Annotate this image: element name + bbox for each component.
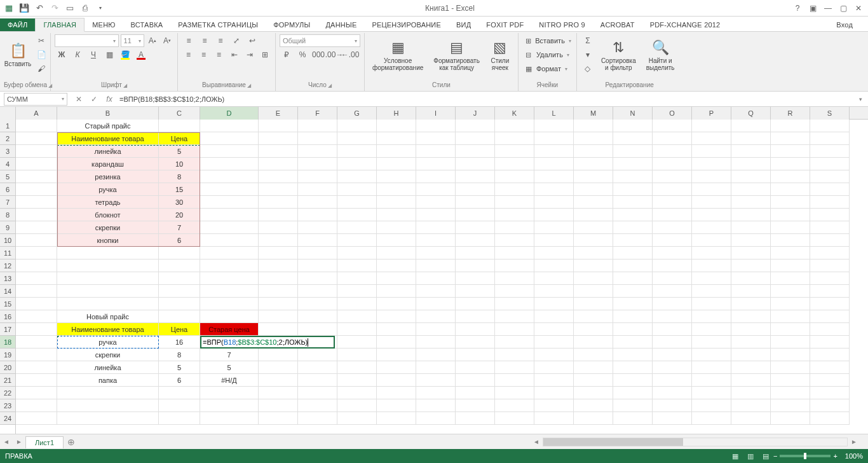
cell-S14[interactable] [810,285,850,298]
cell-O9[interactable] [653,221,692,234]
cell-F14[interactable] [298,285,337,298]
cell-I14[interactable] [416,285,456,298]
cell-E15[interactable] [259,298,298,310]
cell-J12[interactable] [456,259,495,272]
cell-M14[interactable] [574,285,613,298]
cell-H8[interactable] [377,209,416,221]
col-header-N[interactable]: N [613,107,653,120]
cell-N10[interactable] [613,234,653,247]
cell-B15[interactable] [57,298,159,310]
cell-K23[interactable] [495,399,534,412]
cell-R14[interactable] [771,285,810,298]
save-icon[interactable]: 💾 [18,2,31,15]
cell-A22[interactable] [16,387,57,399]
cell-J9[interactable] [456,221,495,234]
format-painter-icon[interactable]: 🖌 [34,62,48,75]
cell-D17[interactable]: Старая цена [200,323,259,336]
cell-O12[interactable] [653,259,692,272]
cell-Q1[interactable] [731,120,771,132]
cell-E7[interactable] [259,196,298,209]
tab-pdf-xchange-2012[interactable]: PDF-XChange 2012 [642,18,728,31]
cell-I8[interactable] [416,209,456,221]
cell-H2[interactable] [377,132,416,145]
font-name-select[interactable]: ▾ [55,34,119,47]
cell-F2[interactable] [298,132,337,145]
cell-H14[interactable] [377,285,416,298]
col-header-J[interactable]: J [456,107,495,120]
cell-J16[interactable] [456,310,495,323]
cell-D7[interactable] [200,196,259,209]
cell-H16[interactable] [377,310,416,323]
cell-K18[interactable] [495,336,534,349]
cell-H19[interactable] [377,349,416,361]
cell-B19[interactable]: скрепки [57,349,159,361]
cell-G4[interactable] [337,158,377,170]
grow-font-icon[interactable]: A▴ [146,34,159,47]
minimize-icon[interactable]: — [821,2,835,15]
cell-A8[interactable] [16,209,57,221]
cell-M11[interactable] [574,247,613,259]
cell-Q2[interactable] [731,132,771,145]
cell-O22[interactable] [653,387,692,399]
cell-O11[interactable] [653,247,692,259]
restore-icon[interactable]: ▢ [836,2,850,15]
cell-E2[interactable] [259,132,298,145]
cell-H6[interactable] [377,183,416,196]
cell-C4[interactable]: 10 [159,158,200,170]
cell-J19[interactable] [456,349,495,361]
cut-icon[interactable]: ✂ [34,34,48,47]
cell-M24[interactable] [574,412,613,425]
cell-N23[interactable] [613,399,653,412]
cell-E9[interactable] [259,221,298,234]
cell-G1[interactable] [337,120,377,132]
cell-P6[interactable] [692,183,731,196]
cell-M13[interactable] [574,272,613,285]
cell-F5[interactable] [298,170,337,183]
cell-A10[interactable] [16,234,57,247]
cell-N19[interactable] [613,349,653,361]
cell-O7[interactable] [653,196,692,209]
cell-O21[interactable] [653,374,692,387]
tab-acrobat[interactable]: ACROBAT [593,18,642,31]
cell-P3[interactable] [692,145,731,158]
sheet-nav-prev-icon[interactable]: ◄ [0,436,13,448]
cell-O8[interactable] [653,209,692,221]
cell-R1[interactable] [771,120,810,132]
cell-H7[interactable] [377,196,416,209]
col-header-Q[interactable]: Q [731,107,771,120]
cell-L8[interactable] [534,209,574,221]
cell-J8[interactable] [456,209,495,221]
row-header-19[interactable]: 19 [0,349,15,361]
cell-P10[interactable] [692,234,731,247]
cell-R13[interactable] [771,272,810,285]
cell-Q14[interactable] [731,285,771,298]
row-header-12[interactable]: 12 [0,259,15,272]
cell-F10[interactable] [298,234,337,247]
cell-S6[interactable] [810,183,850,196]
cell-E22[interactable] [259,387,298,399]
cell-C22[interactable] [159,387,200,399]
cell-S21[interactable] [810,374,850,387]
cell-A5[interactable] [16,170,57,183]
cell-R15[interactable] [771,298,810,310]
col-header-A[interactable]: A [16,107,57,120]
cell-P19[interactable] [692,349,731,361]
cell-N14[interactable] [613,285,653,298]
tab-главная[interactable]: ГЛАВНАЯ [35,18,85,32]
cell-I20[interactable] [416,361,456,374]
row-header-2[interactable]: 2 [0,132,15,145]
cell-S5[interactable] [810,170,850,183]
qat-dropdown-icon[interactable]: ▾ [94,2,107,15]
new-sheet-icon[interactable]: ⊕ [64,436,79,448]
tab-login[interactable]: Вход [829,18,860,31]
cell-B7[interactable]: тетрадь [57,196,159,209]
cell-A3[interactable] [16,145,57,158]
align-middle-icon[interactable]: ≡ [198,34,212,47]
cell-Q4[interactable] [731,158,771,170]
paste-button[interactable]: 📋 Вставить [4,34,32,76]
cell-E11[interactable] [259,247,298,259]
cell-Q16[interactable] [731,310,771,323]
cell-P15[interactable] [692,298,731,310]
cell-B23[interactable] [57,399,159,412]
cell-B13[interactable] [57,272,159,285]
